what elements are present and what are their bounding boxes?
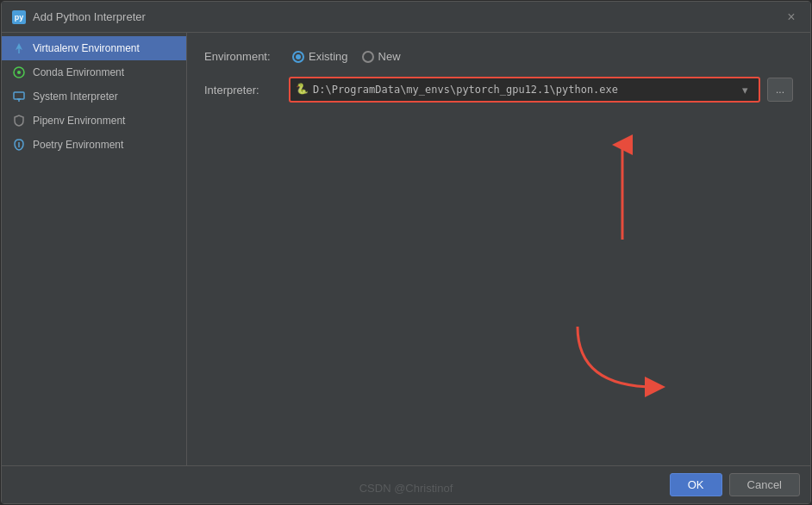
radio-existing[interactable]: Existing bbox=[292, 50, 348, 63]
close-button[interactable]: × bbox=[783, 9, 800, 26]
dialog-icon: py bbox=[12, 10, 26, 24]
sidebar-item-pipenv[interactable]: Pipenv Environment bbox=[2, 109, 186, 133]
interpreter-row: Interpreter: 🐍 ▾ ... bbox=[204, 77, 793, 103]
dialog-titlebar: py Add Python Interpreter × bbox=[2, 2, 810, 33]
arrow-up-annotation bbox=[609, 136, 635, 242]
cancel-button[interactable]: Cancel bbox=[729, 473, 800, 496]
sidebar-item-virtualenv[interactable]: Virtualenv Environment bbox=[2, 36, 186, 60]
radio-existing-label: Existing bbox=[309, 50, 348, 63]
radio-existing-circle bbox=[292, 51, 304, 63]
main-content: Environment: Existing New Interpreter: bbox=[187, 33, 810, 465]
sidebar-label-conda: Conda Environment bbox=[33, 66, 124, 78]
interpreter-label: Interpreter: bbox=[204, 84, 282, 97]
environment-label: Environment: bbox=[204, 50, 282, 63]
virtualenv-icon bbox=[12, 41, 26, 55]
python-snake-icon: 🐍 bbox=[296, 83, 309, 97]
radio-new-circle bbox=[362, 51, 374, 63]
dialog-title: Add Python Interpreter bbox=[33, 10, 146, 23]
svg-rect-2 bbox=[14, 92, 24, 99]
environment-row: Environment: Existing New bbox=[204, 50, 793, 63]
dialog-body: Virtualenv Environment Conda Environment bbox=[2, 33, 810, 465]
dropdown-button[interactable]: ▾ bbox=[736, 81, 753, 98]
radio-group: Existing New bbox=[292, 50, 401, 63]
sidebar-label-poetry: Poetry Environment bbox=[33, 139, 123, 151]
pipenv-icon bbox=[12, 114, 26, 128]
browse-button[interactable]: ... bbox=[767, 78, 793, 102]
conda-icon bbox=[12, 65, 26, 79]
sidebar: Virtualenv Environment Conda Environment bbox=[2, 33, 187, 465]
sidebar-label-virtualenv: Virtualenv Environment bbox=[33, 42, 140, 54]
sidebar-label-pipenv: Pipenv Environment bbox=[33, 115, 125, 127]
svg-point-1 bbox=[17, 71, 21, 74]
ok-button[interactable]: OK bbox=[670, 473, 722, 496]
sidebar-item-poetry[interactable]: Poetry Environment bbox=[2, 133, 186, 157]
sidebar-item-conda[interactable]: Conda Environment bbox=[2, 60, 186, 84]
radio-new[interactable]: New bbox=[362, 50, 401, 63]
title-left: py Add Python Interpreter bbox=[12, 10, 146, 24]
radio-new-label: New bbox=[378, 50, 401, 63]
interpreter-input-wrap: 🐍 ▾ bbox=[289, 77, 760, 103]
dialog-footer: OK Cancel bbox=[2, 465, 810, 503]
interpreter-input[interactable] bbox=[313, 84, 733, 96]
arrow-down-right-annotation bbox=[569, 318, 672, 407]
system-icon bbox=[12, 90, 26, 103]
poetry-icon bbox=[12, 138, 26, 152]
sidebar-label-system: System Interpreter bbox=[33, 90, 118, 103]
add-python-interpreter-dialog: py Add Python Interpreter × Virtualenv E… bbox=[1, 1, 811, 504]
sidebar-item-system[interactable]: System Interpreter bbox=[2, 84, 186, 109]
